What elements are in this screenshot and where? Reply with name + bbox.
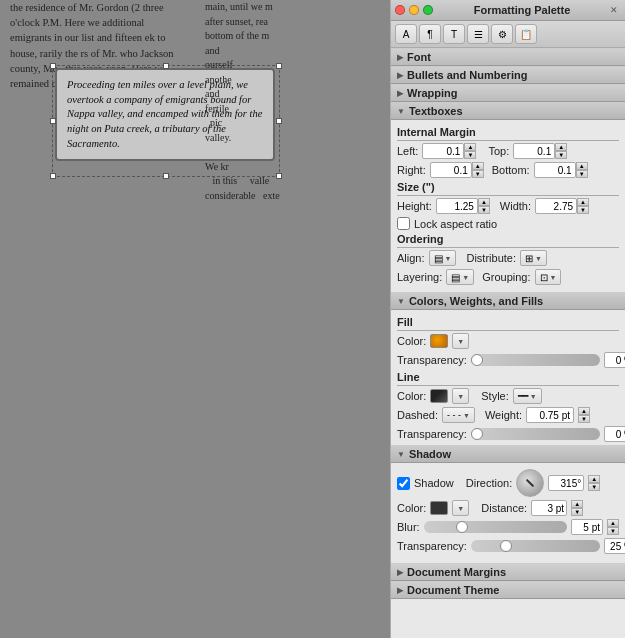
line-color-dropdown[interactable]: ▼ xyxy=(452,388,469,404)
toolbar-list-btn[interactable]: ☰ xyxy=(467,24,489,44)
close-button[interactable] xyxy=(395,5,405,15)
line-color-arrow: ▼ xyxy=(457,393,464,400)
shadow-direction-stepper[interactable]: ▲ ▼ xyxy=(588,475,600,491)
fill-color-dropdown[interactable]: ▼ xyxy=(452,333,469,349)
margin-left-row: Left: ▲ ▼ Top: ▲ ▼ xyxy=(397,143,619,159)
section-document-margins[interactable]: ▶ Document Margins xyxy=(391,563,625,581)
top-stepper-down[interactable]: ▼ xyxy=(555,151,567,159)
align-label: Align: xyxy=(397,252,425,264)
width-stepper-up[interactable]: ▲ xyxy=(577,198,589,206)
grouping-dropdown[interactable]: ⊡ ▼ xyxy=(535,269,562,285)
dashed-dropdown[interactable]: - - - ▼ xyxy=(442,407,475,423)
palette-close-icon[interactable]: ✕ xyxy=(607,3,621,17)
section-doc-theme-label: Document Theme xyxy=(407,584,499,596)
fill-transparency-slider[interactable] xyxy=(471,354,600,366)
align-icon: ▤ xyxy=(434,253,443,264)
line-transparency-row: Transparency: ▲ ▼ xyxy=(397,426,619,442)
weight-stepper[interactable]: ▲ ▼ xyxy=(578,407,590,423)
shadow-blur-up[interactable]: ▲ xyxy=(607,519,619,527)
bottom-input[interactable] xyxy=(534,162,576,178)
toolbar-clipboard-btn[interactable]: 📋 xyxy=(515,24,537,44)
bullets-arrow-icon: ▶ xyxy=(397,71,403,80)
colors-arrow-icon: ▼ xyxy=(397,297,405,306)
fill-transparency-input[interactable] xyxy=(604,352,625,368)
height-stepper[interactable]: ▲ ▼ xyxy=(478,198,490,214)
shadow-checkbox[interactable] xyxy=(397,477,410,490)
grouping-icon: ⊡ xyxy=(540,272,548,283)
align-row: Align: ▤ ▼ Distribute: ⊞ ▼ xyxy=(397,250,619,266)
shadow-direction-input[interactable] xyxy=(548,475,584,491)
fill-transparency-row: Transparency: ▲ ▼ xyxy=(397,352,619,368)
bottom-stepper-up[interactable]: ▲ xyxy=(576,162,588,170)
bottom-stepper-down[interactable]: ▼ xyxy=(576,170,588,178)
width-stepper-down[interactable]: ▼ xyxy=(577,206,589,214)
line-transparency-slider[interactable] xyxy=(471,428,600,440)
shadow-blur-down[interactable]: ▼ xyxy=(607,527,619,535)
weight-stepper-up[interactable]: ▲ xyxy=(578,407,590,415)
left-stepper[interactable]: ▲ ▼ xyxy=(464,143,476,159)
line-transparency-input[interactable] xyxy=(604,426,625,442)
shadow-direction-wheel[interactable] xyxy=(516,469,544,497)
lock-aspect-checkbox[interactable] xyxy=(397,217,410,230)
shadow-distance-stepper[interactable]: ▲ ▼ xyxy=(571,500,583,516)
bottom-stepper[interactable]: ▲ ▼ xyxy=(576,162,588,178)
shadow-dir-down[interactable]: ▼ xyxy=(588,483,600,491)
shadow-dist-down[interactable]: ▼ xyxy=(571,508,583,516)
shadow-transparency-input[interactable] xyxy=(604,538,625,554)
shadow-color-dropdown[interactable]: ▼ xyxy=(452,500,469,516)
zoom-button[interactable] xyxy=(423,5,433,15)
line-color-swatch[interactable] xyxy=(430,389,448,403)
height-input[interactable] xyxy=(436,198,478,214)
line-style-arrow: ▼ xyxy=(530,393,537,400)
shadow-distance-input[interactable] xyxy=(531,500,567,516)
section-doc-margins-label: Document Margins xyxy=(407,566,506,578)
right-input[interactable] xyxy=(430,162,472,178)
toolbar-settings-btn[interactable]: ⚙ xyxy=(491,24,513,44)
weight-stepper-down[interactable]: ▼ xyxy=(578,415,590,423)
top-stepper-up[interactable]: ▲ xyxy=(555,143,567,151)
distribute-dropdown[interactable]: ⊞ ▼ xyxy=(520,250,547,266)
minimize-button[interactable] xyxy=(409,5,419,15)
shadow-color-row: Color: ▼ Distance: ▲ ▼ xyxy=(397,500,619,516)
top-input[interactable] xyxy=(513,143,555,159)
toolbar-paragraph-btn[interactable]: ¶ xyxy=(419,24,441,44)
bottom-label: Bottom: xyxy=(492,164,530,176)
shadow-blur-input[interactable] xyxy=(571,519,603,535)
layering-dropdown[interactable]: ▤ ▼ xyxy=(446,269,474,285)
width-input[interactable] xyxy=(535,198,577,214)
right-stepper-down[interactable]: ▼ xyxy=(472,170,484,178)
top-stepper[interactable]: ▲ ▼ xyxy=(555,143,567,159)
right-input-group: ▲ ▼ xyxy=(430,162,484,178)
section-bullets[interactable]: ▶ Bullets and Numbering xyxy=(391,66,625,84)
shadow-dist-up[interactable]: ▲ xyxy=(571,500,583,508)
shadow-dir-up[interactable]: ▲ xyxy=(588,475,600,483)
left-label: Left: xyxy=(397,145,418,157)
toolbar-font-btn[interactable]: A xyxy=(395,24,417,44)
lock-aspect-row: Lock aspect ratio xyxy=(397,217,619,230)
layering-row: Layering: ▤ ▼ Grouping: ⊡ ▼ xyxy=(397,269,619,285)
line-style-dropdown[interactable]: ━━ ▼ xyxy=(513,388,542,404)
shadow-header[interactable]: ▼ Shadow xyxy=(391,445,625,463)
shadow-color-swatch[interactable] xyxy=(430,501,448,515)
left-input[interactable] xyxy=(422,143,464,159)
left-stepper-down[interactable]: ▼ xyxy=(464,151,476,159)
align-dropdown[interactable]: ▤ ▼ xyxy=(429,250,457,266)
fill-color-swatch[interactable] xyxy=(430,334,448,348)
shadow-blur-stepper[interactable]: ▲ ▼ xyxy=(607,519,619,535)
right-stepper[interactable]: ▲ ▼ xyxy=(472,162,484,178)
section-wrapping[interactable]: ▶ Wrapping xyxy=(391,84,625,102)
right-stepper-up[interactable]: ▲ xyxy=(472,162,484,170)
height-stepper-down[interactable]: ▼ xyxy=(478,206,490,214)
section-document-theme[interactable]: ▶ Document Theme xyxy=(391,581,625,599)
line-transparency-label: Transparency: xyxy=(397,428,467,440)
height-stepper-up[interactable]: ▲ xyxy=(478,198,490,206)
section-colors[interactable]: ▼ Colors, Weights, and Fills xyxy=(391,292,625,310)
toolbar-textbox-btn[interactable]: T xyxy=(443,24,465,44)
width-stepper[interactable]: ▲ ▼ xyxy=(577,198,589,214)
section-textboxes[interactable]: ▼ Textboxes xyxy=(391,102,625,120)
shadow-blur-slider[interactable] xyxy=(424,521,567,533)
shadow-transparency-slider[interactable] xyxy=(471,540,600,552)
weight-input[interactable] xyxy=(526,407,574,423)
section-font[interactable]: ▶ Font xyxy=(391,48,625,66)
left-stepper-up[interactable]: ▲ xyxy=(464,143,476,151)
